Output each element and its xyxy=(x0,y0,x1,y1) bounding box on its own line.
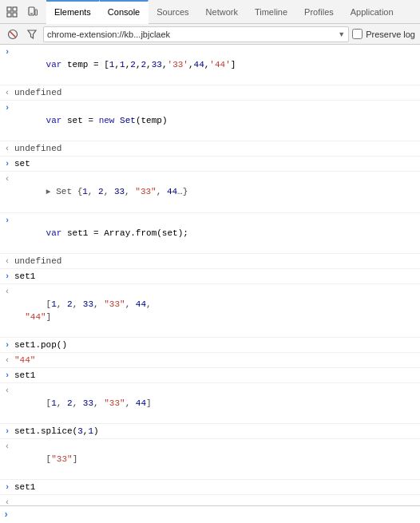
entry-prompt-icon: › xyxy=(0,45,14,85)
preserve-log-checkbox[interactable] xyxy=(352,29,363,39)
entry-body: set1.splice(3,1) xyxy=(14,424,420,438)
entry-body: set1 xyxy=(14,269,420,283)
entry-body: "44" xyxy=(14,353,420,367)
console-entry: ‹ [1, 2, 33, "33", 44, "44"] xyxy=(0,284,420,338)
entry-body: set1 xyxy=(14,480,420,494)
clear-console-button[interactable] xyxy=(5,26,21,42)
entry-result-icon: ‹ xyxy=(0,85,14,100)
entry-body: ["33"] xyxy=(14,439,420,479)
entry-result-icon: ‹ xyxy=(0,172,14,212)
entry-body: set1.pop() xyxy=(14,338,420,352)
entry-prompt-icon: › xyxy=(0,368,14,382)
console-entry: ‹ ["33"] xyxy=(0,439,420,480)
console-entry: › set1.splice(3,1) xyxy=(0,424,420,439)
inspect-icon[interactable] xyxy=(3,3,21,21)
tab-sources[interactable]: Sources xyxy=(149,0,197,24)
console-entry: › set1 xyxy=(0,368,420,383)
console-entry: ‹ undefined xyxy=(0,254,420,269)
entry-body: undefined xyxy=(14,85,420,100)
console-entry: ‹ undefined xyxy=(0,141,420,157)
tab-console[interactable]: Console xyxy=(100,0,149,24)
console-toolbar: chrome-extension://kb...jbjclaek ▼ Prese… xyxy=(0,24,420,45)
entry-body[interactable]: ► Set {1, 2, 33, "33", 44…} xyxy=(14,172,420,212)
console-entry: › set1 xyxy=(0,480,420,495)
entry-body: var set = new Set(temp) xyxy=(14,101,420,141)
entry-result-icon: ‹ xyxy=(0,353,14,367)
entry-body: [1, 2, 33, "33", 44] xyxy=(14,383,420,423)
console-entry: › set1.pop() xyxy=(0,338,420,353)
entry-result-icon: ‹ xyxy=(0,495,14,505)
entry-result-icon: ‹ xyxy=(0,439,14,479)
url-text: chrome-extension://kb...jbjclaek xyxy=(47,30,336,39)
console-entry: ‹ "44" xyxy=(0,353,420,368)
entry-result-icon: ‹ xyxy=(0,284,14,337)
entry-body: [1, 2, 33, "33", 44, "44"] xyxy=(14,284,420,337)
tab-application[interactable]: Application xyxy=(343,0,402,24)
entry-body: set1 xyxy=(14,368,420,382)
entry-result-icon: ‹ xyxy=(0,141,14,156)
entry-prompt-icon: › xyxy=(0,269,14,283)
entry-prompt-icon: › xyxy=(0,424,14,438)
console-entry: › var temp = [1,1,2,2,33,'33',44,'44'] xyxy=(0,45,420,85)
tab-network[interactable]: Network xyxy=(198,0,247,24)
console-prompt-bar: › xyxy=(0,505,420,523)
console-entry: › var set1 = Array.from(set); xyxy=(0,213,420,254)
url-dropdown-icon[interactable]: ▼ xyxy=(338,30,345,38)
entry-body: var set1 = Array.from(set); xyxy=(14,213,420,253)
entry-body: undefined xyxy=(14,141,420,156)
preserve-log-label[interactable]: Preserve log xyxy=(366,30,415,39)
entry-body: set xyxy=(14,157,420,171)
console-entry: ‹ [1, 2, 33, 44] xyxy=(0,495,420,505)
entry-prompt-icon: › xyxy=(0,213,14,253)
entry-prompt-icon: › xyxy=(0,480,14,494)
svg-rect-3 xyxy=(13,13,17,17)
entry-body: undefined xyxy=(14,254,420,268)
filter-button[interactable] xyxy=(24,26,40,42)
entry-body: var temp = [1,1,2,2,33,'33',44,'44'] xyxy=(14,45,420,85)
tab-icons xyxy=(3,3,46,21)
console-output: › var temp = [1,1,2,2,33,'33',44,'44'] ‹… xyxy=(0,45,420,505)
console-entry: ‹ ► Set {1, 2, 33, "33", 44…} xyxy=(0,172,420,213)
tab-profiles[interactable]: Profiles xyxy=(296,0,343,24)
console-entry: ‹ [1, 2, 33, "33", 44] xyxy=(0,383,420,424)
console-entry: › set1 xyxy=(0,269,420,284)
entry-prompt-icon: › xyxy=(0,101,14,141)
svg-rect-6 xyxy=(35,10,38,15)
console-entry: › var set = new Set(temp) xyxy=(0,101,420,141)
prompt-gt-icon: › xyxy=(3,509,9,521)
console-input[interactable] xyxy=(12,509,420,520)
entry-body: [1, 2, 33, 44] xyxy=(14,495,420,505)
svg-rect-1 xyxy=(13,7,17,11)
svg-line-8 xyxy=(10,31,16,37)
url-bar: chrome-extension://kb...jbjclaek ▼ xyxy=(43,26,349,42)
entry-result-icon: ‹ xyxy=(0,254,14,268)
entry-prompt-icon: › xyxy=(0,338,14,352)
entry-prompt-icon: › xyxy=(0,157,14,171)
svg-rect-0 xyxy=(7,7,11,11)
tab-timeline[interactable]: Timeline xyxy=(247,0,296,24)
svg-marker-9 xyxy=(28,30,36,38)
tab-bar: Elements Console Sources Network Timelin… xyxy=(0,0,420,24)
device-icon[interactable] xyxy=(24,3,42,21)
svg-rect-2 xyxy=(7,13,11,17)
tab-elements[interactable]: Elements xyxy=(46,0,100,24)
console-entry: › set xyxy=(0,157,420,172)
entry-result-icon: ‹ xyxy=(0,383,14,423)
console-entry: ‹ undefined xyxy=(0,85,420,101)
